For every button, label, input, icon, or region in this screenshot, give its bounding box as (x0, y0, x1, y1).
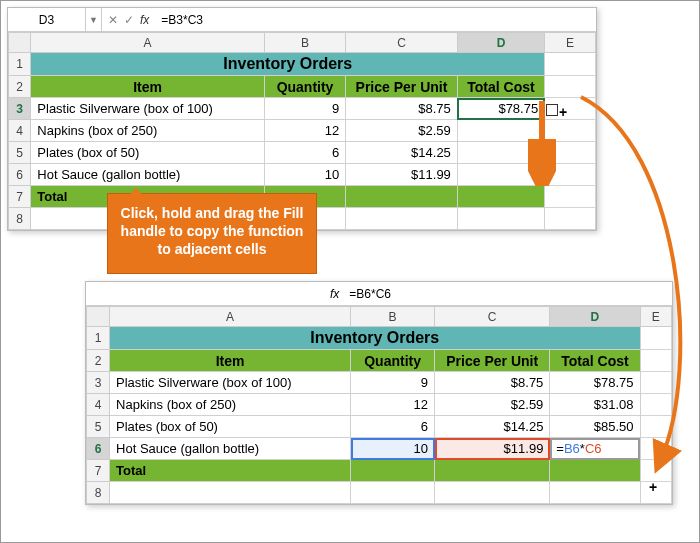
row-header-1[interactable]: 1 (87, 327, 110, 350)
selected-cell[interactable]: $78.75 + (457, 98, 544, 120)
spreadsheet-after: fx =B6*C6 A B C D E 1 Inventory Orders 2… (85, 281, 673, 505)
enter-icon[interactable]: ✓ (124, 13, 134, 27)
header-total-cost[interactable]: Total Cost (550, 350, 640, 372)
header-price-per-unit[interactable]: Price Per Unit (346, 76, 458, 98)
cell[interactable]: Plastic Silverware (box of 100) (31, 98, 265, 120)
formula-bar-icons: ✕ ✓ fx (102, 13, 155, 27)
row-header-5[interactable]: 5 (87, 416, 110, 438)
instruction-callout: Click, hold and drag the Fill handle to … (107, 193, 317, 274)
row-header-8[interactable]: 8 (9, 208, 31, 230)
fx-icon[interactable]: fx (326, 287, 343, 301)
cell-ref-c[interactable]: $11.99 (435, 438, 550, 460)
cell[interactable] (457, 120, 544, 142)
title-cell[interactable]: Inventory Orders (110, 327, 640, 350)
cell[interactable]: 10 (264, 164, 345, 186)
cell[interactable]: Napkins (box of 250) (31, 120, 265, 142)
formula-bar: D3 ▼ ✕ ✓ fx =B3*C3 (8, 8, 596, 32)
col-header-b[interactable]: B (351, 307, 435, 327)
header-quantity[interactable]: Quantity (351, 350, 435, 372)
cell[interactable]: 6 (264, 142, 345, 164)
formula-bar-input[interactable]: =B6*C6 (343, 287, 672, 301)
cell[interactable]: $14.25 (346, 142, 458, 164)
cell[interactable]: $8.75 (435, 372, 550, 394)
title-cell[interactable]: Inventory Orders (31, 53, 545, 76)
select-all-corner[interactable] (9, 33, 31, 53)
cell-ref-b[interactable]: 10 (351, 438, 435, 460)
row-header-4[interactable]: 4 (87, 394, 110, 416)
cell[interactable]: 6 (351, 416, 435, 438)
cell[interactable]: 9 (264, 98, 345, 120)
col-header-a[interactable]: A (110, 307, 351, 327)
formula-bar: fx =B6*C6 (86, 282, 672, 306)
cell[interactable] (457, 164, 544, 186)
cancel-icon[interactable]: ✕ (108, 13, 118, 27)
row-header-6[interactable]: 6 (9, 164, 31, 186)
editing-cell[interactable]: =B6*C6 (550, 438, 640, 460)
cell[interactable]: Plastic Silverware (box of 100) (110, 372, 351, 394)
select-all-corner[interactable] (87, 307, 110, 327)
cell[interactable]: $2.59 (346, 120, 458, 142)
row-header-2[interactable]: 2 (87, 350, 110, 372)
cell[interactable]: $85.50 (550, 416, 640, 438)
formula-bar-input[interactable]: =B3*C3 (155, 13, 596, 27)
col-header-d[interactable]: D (550, 307, 640, 327)
fill-handle[interactable] (546, 104, 558, 116)
row-header-1[interactable]: 1 (9, 53, 31, 76)
cell[interactable]: 9 (351, 372, 435, 394)
cell[interactable]: Hot Sauce (gallon bottle) (31, 164, 265, 186)
fx-icon[interactable]: fx (140, 13, 149, 27)
cell[interactable]: $11.99 (346, 164, 458, 186)
header-price-per-unit[interactable]: Price Per Unit (435, 350, 550, 372)
name-box[interactable]: D3 (8, 8, 86, 31)
col-header-c[interactable]: C (346, 33, 458, 53)
row-header-8[interactable]: 8 (87, 482, 110, 504)
cell[interactable]: $78.75 (550, 372, 640, 394)
grid: A B C D E 1 Inventory Orders 2 Item Quan… (86, 306, 672, 504)
header-item[interactable]: Item (31, 76, 265, 98)
col-header-e[interactable]: E (545, 33, 596, 53)
row-header-3[interactable]: 3 (87, 372, 110, 394)
row-header-7[interactable]: 7 (87, 460, 110, 482)
row-header-4[interactable]: 4 (9, 120, 31, 142)
cell[interactable]: $31.08 (550, 394, 640, 416)
col-header-c[interactable]: C (435, 307, 550, 327)
col-header-e[interactable]: E (640, 307, 671, 327)
cell[interactable]: 12 (351, 394, 435, 416)
header-total-cost[interactable]: Total Cost (457, 76, 544, 98)
col-header-d[interactable]: D (457, 33, 544, 53)
header-quantity[interactable]: Quantity (264, 76, 345, 98)
fill-cursor-icon: + (649, 479, 657, 495)
cell[interactable]: Napkins (box of 250) (110, 394, 351, 416)
row-header-3[interactable]: 3 (9, 98, 31, 120)
cell[interactable]: $14.25 (435, 416, 550, 438)
cell[interactable]: Plates (box of 50) (31, 142, 265, 164)
header-item[interactable]: Item (110, 350, 351, 372)
row-header-6[interactable]: 6 (87, 438, 110, 460)
fill-cursor-icon: + (559, 104, 567, 120)
cell[interactable]: 12 (264, 120, 345, 142)
cell[interactable]: Hot Sauce (gallon bottle) (110, 438, 351, 460)
cell[interactable]: $2.59 (435, 394, 550, 416)
cell[interactable] (457, 142, 544, 164)
row-header-7[interactable]: 7 (9, 186, 31, 208)
row-header-2[interactable]: 2 (9, 76, 31, 98)
cell[interactable]: Plates (box of 50) (110, 416, 351, 438)
name-box-dropdown-icon[interactable]: ▼ (86, 8, 102, 31)
col-header-a[interactable]: A (31, 33, 265, 53)
row-header-5[interactable]: 5 (9, 142, 31, 164)
cell[interactable]: $8.75 (346, 98, 458, 120)
col-header-b[interactable]: B (264, 33, 345, 53)
total-label[interactable]: Total (110, 460, 351, 482)
